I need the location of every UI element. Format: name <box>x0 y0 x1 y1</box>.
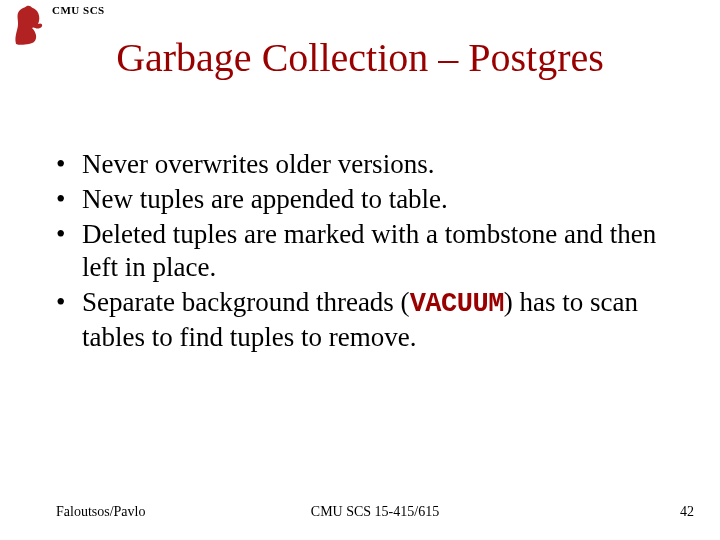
list-item: • Deleted tuples are marked with a tombs… <box>56 218 672 284</box>
bullet-list: • Never overwrites older versions. • New… <box>56 148 672 356</box>
bullet-dot-icon: • <box>56 183 82 216</box>
bullet-dot-icon: • <box>56 286 82 354</box>
footer-left: Faloutsos/Pavlo <box>56 504 145 520</box>
footer-center: CMU SCS 15-415/615 <box>56 504 694 520</box>
bullet-dot-icon: • <box>56 148 82 181</box>
list-item: • Separate background threads (VACUUM) h… <box>56 286 672 354</box>
list-item: • New tuples are appended to table. <box>56 183 672 216</box>
bullet-dot-icon: • <box>56 218 82 284</box>
bullet-text: New tuples are appended to table. <box>82 183 672 216</box>
bullet-text: Never overwrites older versions. <box>82 148 672 181</box>
slide-title: Garbage Collection – Postgres <box>0 34 720 81</box>
header-label: CMU SCS <box>52 4 105 16</box>
footer-page-number: 42 <box>680 504 694 520</box>
code-keyword: VACUUM <box>410 289 504 319</box>
list-item: • Never overwrites older versions. <box>56 148 672 181</box>
footer: CMU SCS 15-415/615 Faloutsos/Pavlo 42 <box>56 504 694 520</box>
bullet-text: Separate background threads (VACUUM) has… <box>82 286 672 354</box>
bullet-text: Deleted tuples are marked with a tombsto… <box>82 218 672 284</box>
